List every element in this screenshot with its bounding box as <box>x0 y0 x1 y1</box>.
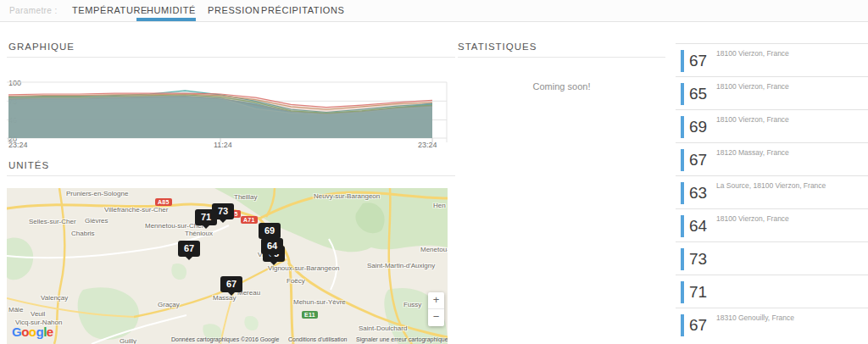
tab-precipitations[interactable]: PRÉCIPITATIONS <box>261 5 344 15</box>
zoom-out-button[interactable]: − <box>428 308 444 326</box>
map-place-label: Gièvres <box>85 217 108 225</box>
reading-value: 67 <box>689 151 707 169</box>
reading-location: 18100 Vierzon, France <box>716 49 789 58</box>
x-axis-tick: 11:24 <box>214 141 232 149</box>
reading-value: 67 <box>689 52 707 70</box>
list-item[interactable]: 6518100 Vierzon, France <box>676 76 868 109</box>
humidity-map-marker[interactable]: 69 <box>259 223 281 239</box>
reading-location: 18100 Vierzon, France <box>716 115 789 124</box>
map-place-label: Fussy <box>403 301 421 308</box>
reading-location: 18100 Vierzon, France <box>716 82 789 91</box>
reading-value: 64 <box>689 217 707 236</box>
x-axis-tick: 23:24 <box>8 141 28 149</box>
map-place-label: Vignoux-sur-Barangeon <box>268 264 339 272</box>
map-place-label: Valençay <box>41 294 68 302</box>
list-item[interactable]: 6718120 Massay, France <box>676 142 868 175</box>
map-attribution-link[interactable]: Conditions d'utilisation <box>288 336 347 342</box>
section-title-unites: UNITÉS <box>8 160 49 170</box>
map-place-label: Graçay <box>158 301 180 308</box>
reading-value: 67 <box>689 316 707 335</box>
map-place-label: Veuil <box>31 310 45 318</box>
google-map[interactable]: Pruniers-en-SologneTheillayNeuvy-sur-Bar… <box>7 188 448 344</box>
list-item[interactable]: 6918100 Vierzon, France <box>676 109 868 142</box>
section-title-graphique: GRAPHIQUE <box>8 42 75 52</box>
map-place-label: Saint-Martin-d'Auxigny <box>367 262 435 269</box>
units-divider <box>7 175 455 176</box>
map-attribution-text: Données cartographiques ©2016 Google <box>171 336 279 342</box>
map-place-label: Pruniers-en-Sologne <box>66 190 128 197</box>
list-item[interactable]: 71 <box>676 275 868 308</box>
map-place-label: Neuvy-sur-Barangeon <box>314 192 380 200</box>
map-place-label: Thénioux <box>185 230 213 237</box>
map-place-label: Theillay <box>234 193 258 201</box>
road-badge: E11 <box>302 311 318 319</box>
humidity-map-marker[interactable]: 71 <box>195 209 217 225</box>
reading-accent-bar <box>681 149 684 171</box>
list-item[interactable]: 6418100 Vierzon, France <box>676 208 868 241</box>
google-logo[interactable]: Google <box>12 325 53 339</box>
reading-accent-bar <box>681 116 684 138</box>
humidity-chart: 10073462023:2411:2423:24 <box>7 76 448 157</box>
map-place-label: Chabris <box>71 230 95 237</box>
reading-accent-bar <box>681 314 684 336</box>
tab-humidite[interactable]: HUMIDITÉ <box>147 5 196 15</box>
humidity-map-marker[interactable]: 67 <box>178 241 200 257</box>
reading-value: 71 <box>689 283 707 302</box>
map-place-label: Hen <box>433 202 446 209</box>
x-axis-tick: 23:24 <box>418 141 437 149</box>
reading-value: 73 <box>689 250 707 269</box>
humidity-map-marker[interactable]: 67 <box>220 276 242 292</box>
tab-bar: Parametre : TEMPÉRATURE HUMIDITÉ PRESSIO… <box>0 0 868 22</box>
readings-list: 6718100 Vierzon, France6518100 Vierzon, … <box>676 43 868 344</box>
tab-temperature[interactable]: TEMPÉRATURE <box>72 5 147 15</box>
map-attribution-link[interactable]: Signaler une erreur cartographique <box>356 336 448 342</box>
map-place-label: Foëcy <box>287 277 305 285</box>
section-title-statistiques: STATISTIQUES <box>458 42 537 52</box>
road-badge: A71 <box>241 216 258 224</box>
map-place-label: Mehun-sur-Yèvre <box>293 298 346 306</box>
map-place-label: Mâle <box>8 306 23 313</box>
reading-location: 18310 Genouilly, France <box>716 313 794 322</box>
graph-divider <box>7 57 455 58</box>
reading-value: 63 <box>689 184 707 203</box>
chart-plot-area <box>7 76 448 149</box>
road-badge: A85 <box>155 198 172 206</box>
list-item[interactable]: 6718100 Vierzon, France <box>676 43 868 76</box>
reading-location: 18120 Massay, France <box>716 148 789 157</box>
coming-soon-text: Coming soon! <box>458 81 665 92</box>
map-place-label: Guilly <box>120 337 136 344</box>
humidity-map-marker[interactable]: 64 <box>261 238 283 254</box>
active-tab-underline <box>136 18 196 21</box>
map-place-label: Menetou-S <box>420 246 448 253</box>
reading-location: La Source, 18100 Vierzon, France <box>716 181 826 190</box>
map-place-label: Selles-sur-Cher <box>29 218 76 225</box>
stats-divider <box>458 57 665 58</box>
reading-value: 69 <box>689 118 707 136</box>
reading-value: 65 <box>689 85 707 103</box>
reading-accent-bar <box>681 215 684 237</box>
reading-accent-bar <box>681 281 684 303</box>
reading-accent-bar <box>681 83 684 105</box>
map-place-label: Villefranche-sur-Cher <box>104 206 168 214</box>
reading-accent-bar <box>681 50 684 72</box>
tab-pression[interactable]: PRESSION <box>208 5 260 15</box>
reading-accent-bar <box>681 182 684 204</box>
list-item[interactable]: 63La Source, 18100 Vierzon, France <box>676 175 868 208</box>
list-item[interactable]: 73 <box>676 241 868 275</box>
map-place-label: Saint-Doulchard <box>359 325 407 332</box>
list-item[interactable]: 6718310 Genouilly, France <box>676 308 868 341</box>
map-zoom-control: + − <box>428 292 444 326</box>
reading-location: 18100 Vierzon, France <box>716 214 789 223</box>
parameter-label: Parametre : <box>9 6 58 15</box>
reading-accent-bar <box>681 248 684 270</box>
zoom-in-button[interactable]: + <box>428 292 444 308</box>
